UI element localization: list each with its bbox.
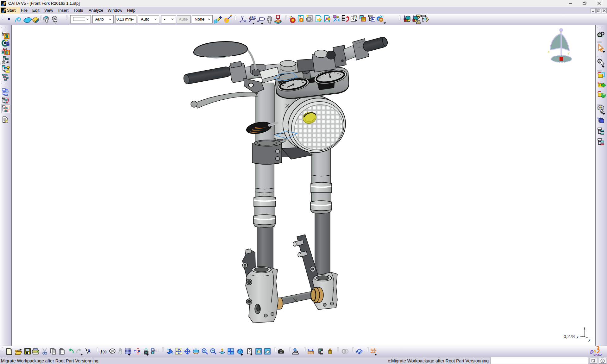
svg-text:z: z	[584, 326, 585, 330]
svg-text:?: ?	[248, 349, 251, 353]
svg-text:x: x	[548, 50, 550, 53]
svg-text:CATIA: CATIA	[593, 353, 602, 356]
svg-text:ABC: ABC	[249, 16, 256, 20]
svg-text:x: x	[576, 335, 579, 339]
svg-text:y: y	[588, 337, 591, 342]
svg-text:y: y	[567, 51, 570, 55]
svg-text:x: x	[2, 105, 3, 107]
svg-text:z: z	[560, 30, 561, 34]
svg-text:i: i	[602, 359, 603, 362]
svg-text:0,278: 0,278	[564, 334, 575, 339]
svg-text:15: 15	[354, 16, 357, 19]
svg-text:n: n	[383, 15, 384, 18]
svg-text:(x): (x)	[103, 350, 107, 354]
svg-text:?: ?	[88, 349, 90, 354]
